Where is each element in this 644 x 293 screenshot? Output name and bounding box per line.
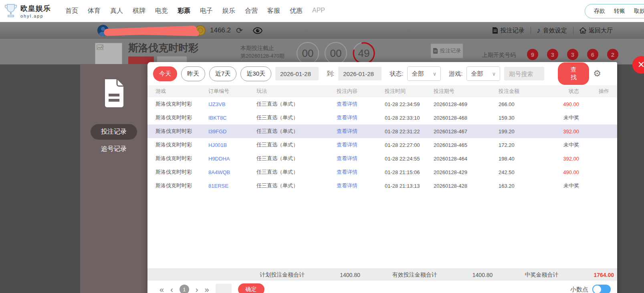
table-header: 游戏订单编号玩法投注内容投注时间投注期号投注金额状态操作	[147, 85, 617, 97]
order-number-link[interactable]: H9DDHA	[208, 156, 256, 162]
cell-bet-time: 01-28 22:33:10	[385, 115, 434, 121]
order-number-link[interactable]: 8A4WQB	[208, 169, 256, 175]
cell-amount: 266.00	[499, 101, 533, 107]
records-sidebar: 投注记录追号记录	[80, 64, 147, 293]
date-to-input[interactable]	[338, 67, 382, 80]
redaction-scribble	[104, 26, 197, 36]
back-to-hall-link[interactable]: 返回大厅	[579, 27, 613, 34]
view-details-link[interactable]: 查看详情	[337, 128, 385, 135]
sidebar-item[interactable]: 投注记录	[91, 124, 137, 140]
eye-icon[interactable]	[253, 27, 262, 34]
order-number-link[interactable]: I39FGD	[208, 128, 256, 134]
cell-play-type: 任三直选（单式）	[256, 141, 337, 149]
decimal-label: 小数点	[570, 286, 588, 293]
nav-item[interactable]: 合营	[245, 7, 258, 15]
cell-bet-time: 01-28 22:24:55	[385, 156, 434, 162]
prev-page-button[interactable]: ‹	[170, 285, 173, 293]
period-search-input[interactable]	[504, 67, 544, 80]
divider	[573, 27, 573, 34]
date-from-input[interactable]	[275, 67, 319, 80]
cell-status: 未中奖	[533, 114, 579, 121]
cell-status: 392.00	[533, 128, 579, 134]
view-details-link[interactable]: 查看详情	[337, 114, 385, 121]
table-row[interactable]: 斯洛伐克时时彩81ERSE任三直选（单式）查看详情01-28 21:13:132…	[147, 179, 617, 193]
date-to-label: 到:	[327, 70, 334, 78]
nav-item[interactable]: 电子	[200, 7, 213, 15]
first-page-button[interactable]: «	[159, 285, 164, 293]
cell-bet-time: 01-28 21:15:06	[385, 169, 434, 175]
sound-settings-link[interactable]: ♪ 音效设定	[537, 26, 567, 35]
quick-filter-pill[interactable]: 近30天	[240, 66, 271, 81]
refresh-icon[interactable]: ⟳	[236, 26, 243, 35]
balance-value: 1466.2	[210, 26, 231, 34]
nav-item[interactable]: 优惠	[290, 7, 303, 15]
game-select[interactable]: 全部 ∨	[466, 66, 500, 81]
last-page-button[interactable]: »	[204, 285, 209, 293]
brand-logo[interactable]: 欧皇娱乐 ohyl.app	[4, 3, 51, 19]
view-details-link[interactable]: 查看详情	[337, 141, 385, 149]
broken-image-icon	[97, 44, 105, 52]
current-page-badge[interactable]: 1	[180, 285, 189, 293]
bet-record-button[interactable]: 投注记录	[431, 44, 463, 58]
next-page-button[interactable]: ›	[196, 285, 198, 293]
wallet-action[interactable]: 取款	[634, 8, 644, 15]
nav-item[interactable]: 客服	[267, 7, 280, 15]
column-header: 投注时间	[385, 88, 434, 95]
draw-number-ball: 3	[547, 49, 558, 60]
order-number-link[interactable]: IBKT8C	[208, 115, 256, 121]
page-jump-input[interactable]	[216, 284, 232, 293]
search-button[interactable]: 查找	[558, 62, 589, 85]
music-note-icon: ♪	[537, 26, 541, 35]
nav-item[interactable]: 体育	[88, 7, 101, 15]
page-go-button[interactable]: 确定	[238, 283, 264, 293]
cell-period: 20260128-428	[434, 183, 499, 189]
draw-number-ball: 6	[587, 49, 598, 60]
quick-filter-pills: 今天昨天近7天近30天	[153, 66, 271, 81]
quick-filter-pill[interactable]: 今天	[153, 66, 177, 81]
view-details-link[interactable]: 查看详情	[337, 100, 385, 108]
decimal-toggle[interactable]	[592, 285, 611, 293]
table-row[interactable]: 斯洛伐克时时彩HJ001B任三直选（单式）查看详情01-28 22:27:002…	[147, 138, 617, 152]
quick-filter-pill[interactable]: 近7天	[209, 66, 236, 81]
doc-icon	[492, 27, 498, 34]
wallet-action[interactable]: 存款	[594, 8, 605, 15]
wallet-action[interactable]: 转账	[614, 8, 625, 15]
view-details-link[interactable]: 查看详情	[337, 169, 385, 176]
nav-item[interactable]: 真人	[110, 7, 123, 15]
quick-filter-pill[interactable]: 昨天	[181, 66, 205, 81]
nav-item[interactable]: 棋牌	[133, 7, 145, 15]
order-number-link[interactable]: HJ001B	[208, 142, 256, 148]
table-row[interactable]: 斯洛伐克时时彩I39FGD任三直选（单式）查看详情01-28 22:31:222…	[147, 124, 617, 138]
cell-play-type: 任三直选（单式）	[256, 182, 337, 189]
cell-amount: 198.40	[499, 156, 533, 162]
nav-item[interactable]: 电竞	[155, 7, 168, 15]
cell-amount: 172.20	[499, 142, 533, 148]
countdown-circle: 00	[325, 42, 347, 64]
order-number-link[interactable]: 81ERSE	[208, 183, 256, 189]
cell-period: 20260128-469	[434, 101, 499, 107]
nav-item[interactable]: APP	[312, 7, 325, 15]
sidebar-item[interactable]: 追号记录	[91, 141, 137, 157]
column-header: 游戏	[155, 88, 208, 95]
screen: 欧皇娱乐 ohyl.app 首页体育真人棋牌电竞彩票电子娱乐合营客服优惠APP …	[0, 0, 644, 293]
gear-icon[interactable]: ⚙	[593, 68, 601, 79]
status-label: 状态:	[390, 70, 403, 78]
view-details-link[interactable]: 查看详情	[337, 155, 385, 162]
nav-item[interactable]: 首页	[65, 7, 78, 15]
column-header: 玩法	[256, 88, 337, 95]
deadline-block: 本期投注截止 第20260128-470期	[240, 44, 285, 60]
bet-record-link[interactable]: 投注记录	[492, 27, 525, 34]
game-header: 斯洛伐克时时彩 本期投注截止 第20260128-470期 000049 投注记…	[0, 39, 644, 64]
nav-item[interactable]: 彩票	[178, 7, 190, 15]
nav-item[interactable]: 娱乐	[222, 7, 235, 15]
table-row[interactable]: 斯洛伐克时时彩IBKT8C任三直选（单式）查看详情01-28 22:33:102…	[147, 111, 617, 124]
order-number-link[interactable]: IJZ3VB	[208, 101, 256, 107]
table-row[interactable]: 斯洛伐克时时彩H9DDHA任三直选（单式）查看详情01-28 22:24:552…	[147, 152, 617, 165]
table-row[interactable]: 斯洛伐克时时彩IJZ3VB任三直选（单式）查看详情01-28 22:34:592…	[147, 97, 617, 111]
view-details-link[interactable]: 查看详情	[337, 182, 385, 189]
table-row[interactable]: 斯洛伐克时时彩8A4WQB任三直选（单式）查看详情01-28 21:15:062…	[147, 165, 617, 179]
column-header: 操作	[579, 88, 609, 95]
status-select[interactable]: 全部 ∨	[407, 66, 441, 81]
cell-bet-time: 01-28 21:13:13	[385, 183, 434, 189]
cell-game: 斯洛伐克时时彩	[155, 155, 208, 162]
